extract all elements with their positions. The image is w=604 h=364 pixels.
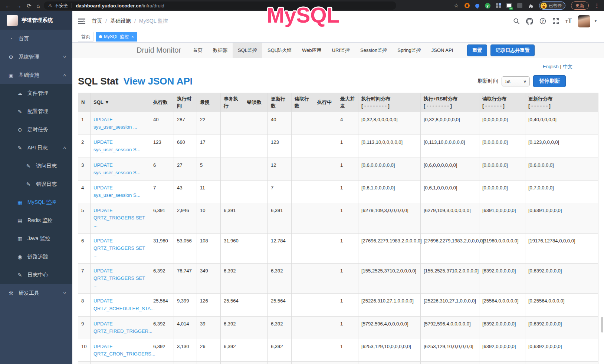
sidebar-item-file-management[interactable]: ☁文件管理: [0, 84, 72, 102]
scrollbar-thumb[interactable]: [601, 317, 603, 332]
druid-nav-list: 首页数据源SQL监控SQL防火墙Web应用URI监控Session监控Sprin…: [188, 43, 458, 58]
sidebar-item-infrastructure[interactable]: ▣基础设施∧: [0, 66, 72, 84]
table-body: 1UPDATE sys_user_session ...4028722404[0…: [78, 112, 598, 364]
sidebar-item-dev-tools[interactable]: ⚒研发工具∨: [0, 284, 72, 302]
extension-orange-icon[interactable]: [465, 3, 470, 8]
sidebar-item-redis-monitor[interactable]: ▤Redis 监控: [0, 211, 72, 229]
browser-nav-buttons: ← → ⟳ ⌂: [5, 3, 40, 9]
pause-refresh-button[interactable]: 暂停刷新: [533, 75, 566, 87]
address-bar[interactable]: ⚠ 不安全 dashboard.yudao.iocoder.cn/infra/d…: [44, 1, 396, 10]
sidebar-item-log-center[interactable]: ✎日志中心: [0, 266, 72, 284]
sidebar-item-label: 错误日志: [36, 181, 57, 188]
github-icon[interactable]: [526, 18, 533, 25]
user-avatar[interactable]: [578, 15, 590, 27]
browser-menu-icon[interactable]: ⋮: [594, 3, 600, 9]
search-icon[interactable]: [513, 18, 520, 24]
sidebar-item-java-monitor[interactable]: ▥Java 监控: [0, 229, 72, 248]
tab-home[interactable]: 首页: [78, 32, 93, 42]
sidebar-item-access-log[interactable]: ✎访问日志: [0, 157, 72, 175]
browser-home-icon[interactable]: ⌂: [37, 3, 40, 9]
topbar-right: ? TT ▼: [513, 15, 597, 27]
lang-english-link[interactable]: English: [543, 64, 559, 69]
extension-dark-icon[interactable]: [517, 3, 522, 8]
column-header-8: 读取行数: [292, 93, 314, 112]
cell-txn: [221, 158, 244, 180]
mysql-monitor-icon: ▦: [17, 199, 23, 205]
tab-mysql-monitor[interactable]: MySQL 监控×: [96, 32, 137, 42]
page-title: SQL Stat: [78, 76, 118, 87]
druid-nav-item-1[interactable]: 数据源: [208, 43, 233, 58]
log-and-reset-button[interactable]: 记录日志并重置: [490, 44, 535, 56]
sidebar-item-home[interactable]: ◔首页: [0, 30, 72, 48]
extensions-puzzle-icon[interactable]: [528, 3, 534, 9]
druid-nav-item-6[interactable]: Session监控: [355, 43, 392, 58]
druid-nav-item-2[interactable]: SQL监控: [233, 43, 262, 58]
language-switch: English|中文: [72, 63, 572, 70]
browser-back-icon[interactable]: ←: [5, 3, 11, 9]
refresh-interval-value: 5s: [505, 79, 511, 84]
druid-nav-item-4[interactable]: Web应用: [297, 43, 327, 58]
sql-link[interactable]: UPDATE QRTZ_CRON_TRIGGERS...: [93, 344, 155, 357]
security-warning-icon[interactable]: ⚠: [48, 3, 52, 8]
sidebar-item-trace[interactable]: ◉链路追踪: [0, 248, 72, 266]
cell-errors: [244, 233, 268, 263]
sql-link[interactable]: UPDATE sys_user_session S...: [93, 185, 140, 198]
fullscreen-icon[interactable]: [552, 18, 559, 24]
extension-green-icon[interactable]: y: [485, 3, 490, 9]
sidebar-item-error-log[interactable]: ✎错误日志: [0, 175, 72, 193]
view-json-api-link[interactable]: View JSON API: [124, 76, 193, 87]
cell-exec_time_dist: [155,2525,3710,2,0,0,0,0]: [358, 263, 421, 293]
cell-running: [314, 203, 337, 233]
sidebar-item-mysql-monitor[interactable]: ▦MySQL 监控: [0, 193, 72, 211]
sidebar-item-scheduled-jobs[interactable]: ⊙定时任务: [0, 120, 72, 139]
extension-pin-icon[interactable]: [474, 3, 480, 9]
druid-nav-item-7[interactable]: Spring监控: [392, 43, 426, 58]
sql-link[interactable]: UPDATE sys_user_session S...: [93, 162, 140, 175]
cell-n: 4: [78, 180, 91, 203]
extension-grid-icon[interactable]: [496, 3, 501, 8]
topbar: 首页/基础设施/MySQL 监控 ? TT ▼: [72, 11, 604, 31]
avatar-caret-icon[interactable]: ▼: [594, 19, 597, 23]
browser-reload-icon[interactable]: ⟳: [27, 3, 32, 9]
cell-exec_time: 76,747: [174, 263, 197, 293]
cell-read_rows: [292, 180, 314, 203]
lang-chinese-link[interactable]: 中文: [563, 64, 572, 69]
font-size-icon[interactable]: TT: [565, 17, 572, 25]
sql-link[interactable]: UPDATE sys_user_session ...: [93, 117, 137, 130]
breadcrumb-infrastructure[interactable]: 基础设施: [110, 18, 131, 24]
extension-tabs-icon[interactable]: on: [506, 3, 512, 8]
tab-label: 首页: [81, 34, 90, 40]
druid-nav-item-3[interactable]: SQL防火墙: [262, 43, 297, 58]
druid-nav-item-8[interactable]: JSON API: [426, 43, 459, 58]
sql-link[interactable]: UPDATE QRTZ_TRIGGERS SET ...: [93, 268, 145, 288]
cell-max_concurrent: 1: [337, 233, 358, 263]
cell-n: 10: [78, 339, 91, 361]
browser-profile-button[interactable]: 已暂停: [539, 1, 566, 10]
table-row: 8UPDATE QRTZ_SCHEDULER_STA...25,5649,399…: [78, 294, 598, 316]
sidebar-item-label: 文件管理: [27, 90, 48, 97]
cell-exec_count: 6,392: [150, 339, 174, 361]
sidebar-item-api-logs[interactable]: ✎API 日志∧: [0, 139, 72, 157]
cell-errors: [244, 294, 268, 316]
sql-link[interactable]: UPDATE QRTZ_TRIGGERS SET ...: [93, 238, 145, 258]
sidebar-item-system-management[interactable]: ⚙系统管理∨: [0, 48, 72, 66]
browser-update-button[interactable]: 更新: [571, 1, 589, 10]
sidebar-item-config-management[interactable]: ✎配置管理: [0, 102, 72, 120]
breadcrumb-home[interactable]: 首页: [92, 18, 102, 24]
cell-exec_count: 25,564: [150, 294, 174, 316]
sql-link[interactable]: UPDATE QRTZ_SCHEDULER_STA...: [93, 298, 155, 311]
druid-nav-item-0[interactable]: 首页: [188, 43, 208, 58]
sql-link[interactable]: UPDATE sys_user_session S...: [93, 139, 140, 152]
refresh-interval-select[interactable]: 5s ∨: [502, 76, 530, 86]
close-tab-icon[interactable]: ×: [131, 34, 134, 39]
help-icon[interactable]: ?: [539, 18, 546, 24]
hamburger-icon[interactable]: [78, 18, 85, 24]
sql-link[interactable]: UPDATE QRTZ_FIRED_TRIGGER...: [93, 321, 152, 334]
druid-nav-item-5[interactable]: URI监控: [327, 43, 355, 58]
browser-forward-icon[interactable]: →: [16, 3, 22, 9]
column-header-1[interactable]: SQL ▼: [91, 93, 150, 112]
sql-link[interactable]: UPDATE QRTZ_TRIGGERS SET ...: [93, 208, 145, 228]
bookmark-star-icon[interactable]: ☆: [454, 2, 459, 9]
reset-button[interactable]: 重置: [467, 44, 487, 56]
cell-exec_time: 9,399: [174, 294, 197, 316]
